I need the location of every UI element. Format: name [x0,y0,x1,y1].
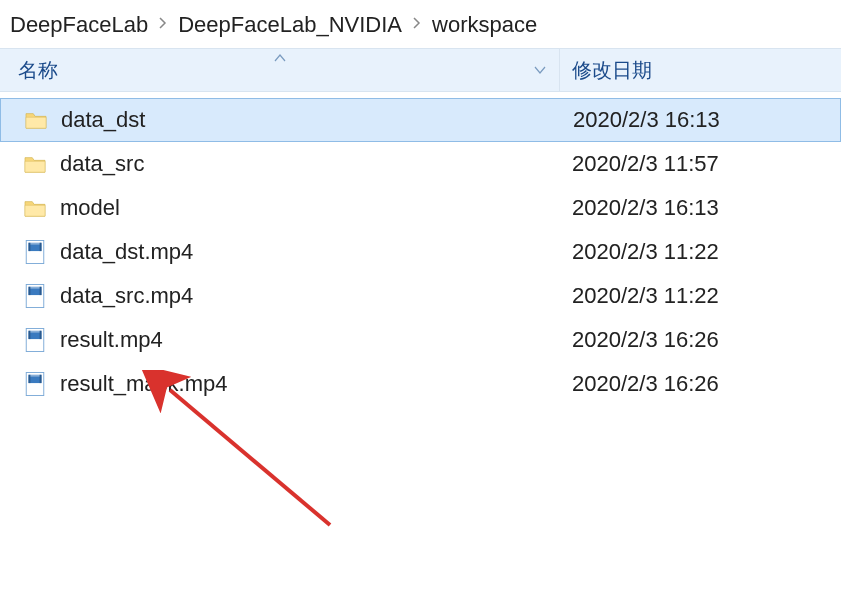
file-row[interactable]: data_src.mp42020/2/3 11:22 [0,274,841,318]
file-row[interactable]: result_mask.mp42020/2/3 16:26 [0,362,841,406]
column-header-name[interactable]: 名称 [0,49,560,91]
svg-line-20 [170,390,330,525]
file-name: data_dst.mp4 [60,239,193,265]
file-name-cell: data_dst [1,107,561,133]
folder-icon [24,197,46,219]
folder-icon [25,109,47,131]
breadcrumb-item[interactable]: DeepFaceLab [10,12,148,38]
file-name-cell: result_mask.mp4 [0,371,560,397]
svg-rect-8 [29,287,31,295]
file-name-cell: result.mp4 [0,327,560,353]
video-file-icon [24,373,46,395]
file-date: 2020/2/3 16:13 [561,107,840,133]
column-header-date[interactable]: 修改日期 [560,49,841,91]
column-header-row: 名称 修改日期 [0,48,841,92]
chevron-right-icon [158,16,168,34]
sort-ascending-icon [274,51,286,65]
svg-rect-19 [40,375,42,383]
file-name: data_src [60,151,144,177]
file-date: 2020/2/3 16:26 [560,327,841,353]
file-list: data_dst2020/2/3 16:13data_src2020/2/3 1… [0,92,841,406]
column-header-name-label: 名称 [18,57,58,84]
svg-rect-2 [29,243,42,245]
chevron-down-icon[interactable] [533,62,547,78]
svg-rect-13 [29,331,31,339]
file-name-cell: data_src.mp4 [0,283,560,309]
file-name: data_dst [61,107,145,133]
file-row[interactable]: data_src2020/2/3 11:57 [0,142,841,186]
video-file-icon [24,285,46,307]
file-row[interactable]: result.mp42020/2/3 16:26 [0,318,841,362]
chevron-right-icon [412,16,422,34]
file-name-cell: data_dst.mp4 [0,239,560,265]
svg-rect-18 [29,375,31,383]
column-header-date-label: 修改日期 [572,57,652,84]
file-name: data_src.mp4 [60,283,193,309]
file-date: 2020/2/3 11:57 [560,151,841,177]
file-row[interactable]: model2020/2/3 16:13 [0,186,841,230]
folder-icon [24,153,46,175]
svg-rect-9 [40,287,42,295]
svg-rect-14 [40,331,42,339]
breadcrumb-item[interactable]: workspace [432,12,537,38]
video-file-icon [24,241,46,263]
file-date: 2020/2/3 16:26 [560,371,841,397]
file-name-cell: model [0,195,560,221]
file-name-cell: data_src [0,151,560,177]
video-file-icon [24,329,46,351]
svg-rect-17 [29,375,42,377]
svg-rect-12 [29,331,42,333]
file-name: result.mp4 [60,327,163,353]
svg-rect-7 [29,287,42,289]
file-row[interactable]: data_dst2020/2/3 16:13 [0,98,841,142]
breadcrumb-item[interactable]: DeepFaceLab_NVIDIA [178,12,402,38]
file-date: 2020/2/3 11:22 [560,283,841,309]
svg-rect-4 [40,243,42,251]
file-name: model [60,195,120,221]
file-date: 2020/2/3 16:13 [560,195,841,221]
file-date: 2020/2/3 11:22 [560,239,841,265]
file-name: result_mask.mp4 [60,371,228,397]
file-row[interactable]: data_dst.mp42020/2/3 11:22 [0,230,841,274]
svg-rect-3 [29,243,31,251]
breadcrumb: DeepFaceLab DeepFaceLab_NVIDIA workspace [0,0,841,48]
